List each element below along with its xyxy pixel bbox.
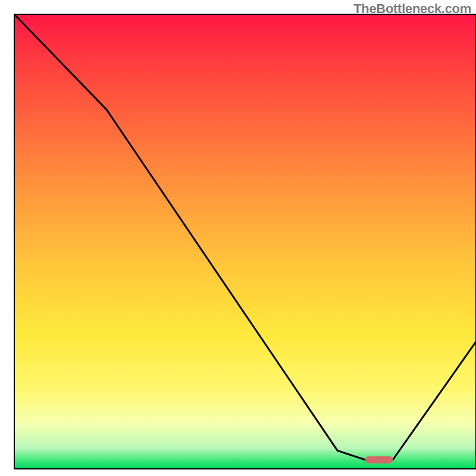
- watermark-text: TheBottleneck.com: [353, 1, 471, 17]
- chart-svg: [0, 0, 476, 476]
- bottleneck-chart: TheBottleneck.com: [0, 0, 476, 476]
- optimal-range-marker: [365, 456, 393, 464]
- gradient-background: [14, 14, 476, 469]
